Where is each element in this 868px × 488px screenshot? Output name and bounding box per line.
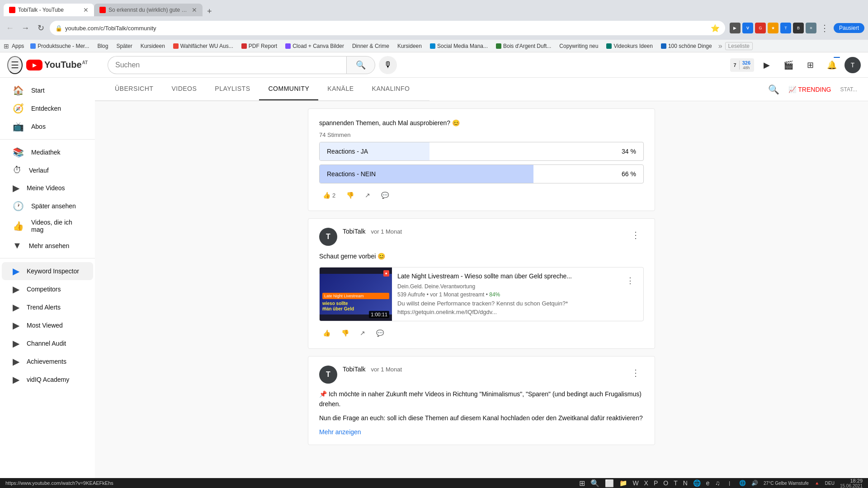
tab-community[interactable]: COMMUNITY [259,78,318,100]
ext-icon-4[interactable]: ★ [768,23,778,33]
ext-icon-6[interactable]: B [793,23,804,33]
poll-option-nein[interactable]: Reactions - NEIN 66 % [319,164,644,183]
sidebar-item-home[interactable]: 🏠 Start [2,81,93,99]
post2-more-button[interactable]: ⋮ [627,228,644,242]
active-tab[interactable]: TobiTalk - YouTube ✕ [4,4,94,16]
notifications-button[interactable]: 🔔 [823,56,841,74]
channel-search-button[interactable]: 🔍 [764,79,783,100]
sidebar-item-trend-alerts[interactable]: ▶ Trend Alerts [2,298,93,316]
bookmark-dinner[interactable]: Dinner & Crime [349,42,393,50]
tab-kanalinfo[interactable]: KANALINFO [363,78,419,100]
taskbar-spotify[interactable]: ♫ [715,479,720,487]
ext-icon-1[interactable]: ▶ [730,23,741,33]
sidebar-item-subscriptions[interactable]: 📺 Abos [2,117,93,136]
bookmark-kursideen1[interactable]: Kursideen [137,42,169,50]
tab-kanaele[interactable]: KANÄLE [318,78,363,100]
create-button[interactable]: 🎬 [779,56,797,74]
tab-uebersicht[interactable]: ÜBERSICHT [106,78,162,100]
yt-logo[interactable]: YouTubeAT [26,60,88,70]
poll-option-ja[interactable]: Reactions - JA 34 % [319,142,644,161]
inactive-tab[interactable]: So erkennst du (wirklich) gute D... ✕ [94,4,203,16]
dislike-button-post1[interactable]: 👎 [343,189,358,202]
search-button[interactable]: 🔍 [346,56,375,74]
taskbar-windows-icon[interactable]: ⊞ [579,479,585,488]
like-button-post1[interactable]: 👍 2 [319,189,339,202]
taskbar-search-icon[interactable]: 🔍 [590,479,599,488]
new-tab-button[interactable]: + [204,7,215,16]
bookmark-blog[interactable]: Blog [94,42,112,50]
sidebar-item-library[interactable]: 📚 Mediathek [2,143,93,161]
sidebar-item-my-videos[interactable]: ▶ Meine Videos [2,179,93,197]
share-button-post1[interactable]: ↗ [361,189,374,202]
taskbar-excel[interactable]: X [644,479,648,487]
sidebar-item-liked[interactable]: 👍 Videos, die ich mag [2,215,93,237]
trending-badge[interactable]: 📈 TRENDING [785,86,835,93]
bookmark-canva[interactable]: Cload + Canva Bilder [282,42,348,50]
sidebar-item-achievements[interactable]: ▶ Achievements [2,352,93,371]
post3-more-button[interactable]: ⋮ [627,366,644,380]
sidebar-item-watch-later[interactable]: 🕐 Später ansehen [2,197,93,215]
forward-button[interactable]: → [19,22,32,34]
avatar[interactable]: T [844,57,861,73]
system-tray-volume[interactable]: 🔊 [751,480,758,486]
bookmark-bois[interactable]: Bois d'Argent Duft... [492,42,555,50]
bookmark-wahlfaecher[interactable]: Wahlfächer WU Aus... [170,42,237,50]
profile-pause-button[interactable]: Pausiert [834,23,864,33]
like-button-post2[interactable]: 👍 [319,327,334,339]
yt-apps-button[interactable]: ▶ [758,56,776,74]
system-tray-show-desktop[interactable]: 🔺 [814,481,820,486]
tab-playlists[interactable]: PLAYLISTS [206,78,259,100]
system-tray-network[interactable]: 🌐 [739,480,746,486]
mic-button[interactable]: 🎙 [379,56,397,74]
show-more-link[interactable]: Mehr anzeigen [319,428,361,436]
url-input[interactable] [65,25,708,32]
extensions-menu-btn[interactable]: ⋮ [818,23,831,33]
sidebar-item-most-viewed[interactable]: ▶ Most Viewed [2,316,93,334]
ext-icon-7[interactable]: ≡ [806,23,816,33]
tab-videos[interactable]: VIDEOS [162,78,206,100]
video-card[interactable]: Late Night Livestream wieso sollteman üb… [319,267,644,321]
sidebar-item-more[interactable]: ▼ Mehr ansehen [2,237,93,254]
ext-icon-3[interactable]: G [755,23,766,33]
taskbar-powerpoint[interactable]: P [654,479,658,487]
comment-button-post1[interactable]: 💬 [377,189,392,202]
taskbar-edge[interactable]: e [706,479,710,487]
share-button-post2[interactable]: ↗ [356,327,369,339]
taskbar-teams[interactable]: T [674,479,678,487]
apps-label[interactable]: Apps [12,43,24,49]
bookmark-kursideen2[interactable]: Kursideen [394,42,425,50]
search-input[interactable] [108,56,346,74]
back-button[interactable]: ← [4,22,16,34]
sidebar-item-competitors[interactable]: ▶ Competitors [2,280,93,298]
sidebar-item-discover[interactable]: 🧭 Entdecken [2,99,93,117]
bookmark-copywriting[interactable]: Copywriting neu [556,42,602,50]
sidebar-item-vidiq-academy[interactable]: ▶ vidIQ Academy [2,371,93,389]
apps-bookmark[interactable]: ⊞ [4,42,9,50]
reload-button[interactable]: ↻ [34,22,47,34]
bookmarks-more-btn[interactable]: » [718,42,722,50]
bookmark-100[interactable]: 100 schöne Dinge [657,42,716,50]
taskbar-chrome[interactable]: 🌐 [693,479,701,487]
ext-icon-5[interactable]: T [780,23,791,33]
comment-button-post2[interactable]: 💬 [373,327,387,339]
taskbar-file-explorer[interactable]: 📁 [619,479,627,487]
sidebar-item-history[interactable]: ⏱ Verlauf [2,161,93,179]
dislike-button-post2[interactable]: 👎 [338,327,353,339]
taskbar-taskview-icon[interactable]: ⬜ [605,479,614,488]
taskbar-outlook[interactable]: O [663,479,668,487]
video-more-button[interactable]: ⋮ [623,272,638,289]
leseliste-btn[interactable]: Leseliste [725,42,753,50]
ext-icon-vidiq[interactable]: V [742,23,753,33]
taskbar-onenote[interactable]: N [683,479,688,487]
bookmark-videokurs[interactable]: Videokurs Ideen [603,42,656,50]
taskbar-word[interactable]: W [632,479,638,487]
sidebar-item-keyword-inspector[interactable]: ▶ Keyword Inspector [2,262,93,280]
tab2-close-btn[interactable]: ✕ [192,6,197,14]
bookmark-social[interactable]: Social Media Mana... [426,42,491,50]
tab-close-btn[interactable]: ✕ [83,6,89,14]
bookmark-produktsuche[interactable]: Produktsuche - Mer... [27,42,93,50]
menu-button[interactable]: ☰ [7,56,23,74]
bookmark-pdf[interactable]: PDF Report [238,42,281,50]
address-bar[interactable]: 🔒 ⭐ [50,21,725,35]
sidebar-item-channel-audit[interactable]: ▶ Channel Audit [2,334,93,352]
